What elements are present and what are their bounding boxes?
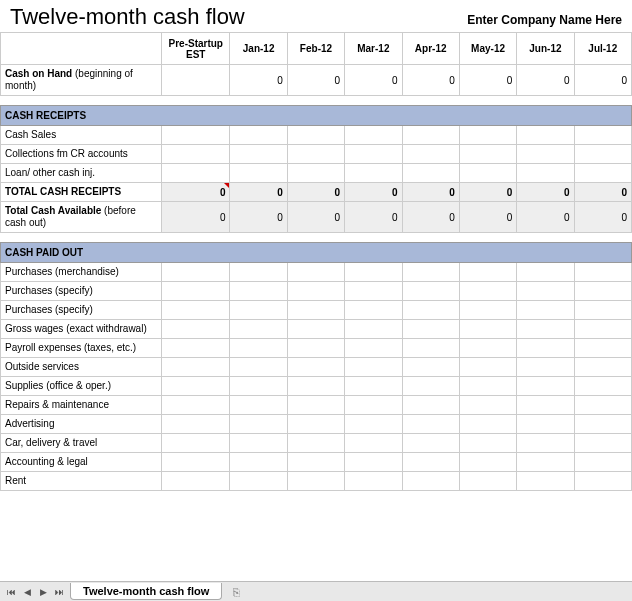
cell[interactable] [574, 358, 631, 377]
sheet-tab[interactable]: Twelve-month cash flow [70, 583, 222, 600]
cell[interactable] [230, 472, 287, 491]
cell[interactable] [287, 377, 344, 396]
cell[interactable] [345, 415, 402, 434]
cell[interactable]: 0 [574, 183, 631, 202]
cell[interactable] [230, 301, 287, 320]
cell[interactable] [162, 164, 230, 183]
cell[interactable]: 0 [345, 202, 402, 233]
cell[interactable] [345, 434, 402, 453]
cell[interactable] [459, 320, 516, 339]
cell[interactable] [459, 472, 516, 491]
cell[interactable]: 0 [517, 183, 574, 202]
cell[interactable] [345, 263, 402, 282]
cell[interactable] [345, 358, 402, 377]
cell[interactable] [402, 472, 459, 491]
cell[interactable] [287, 358, 344, 377]
cell[interactable] [402, 164, 459, 183]
cell[interactable] [517, 358, 574, 377]
cell[interactable]: 0 [230, 202, 287, 233]
cell[interactable] [574, 282, 631, 301]
cell[interactable] [162, 377, 230, 396]
cell[interactable] [574, 263, 631, 282]
cell[interactable] [402, 145, 459, 164]
cell[interactable] [459, 126, 516, 145]
cell[interactable] [574, 377, 631, 396]
nav-last-icon[interactable]: ⏭ [52, 585, 66, 599]
col-may[interactable]: May-12 [459, 33, 516, 65]
cell[interactable]: 0 [459, 65, 516, 96]
cell[interactable] [459, 301, 516, 320]
cell[interactable] [402, 415, 459, 434]
cell[interactable] [230, 434, 287, 453]
cell[interactable] [287, 415, 344, 434]
cell[interactable] [287, 126, 344, 145]
nav-prev-icon[interactable]: ◀ [20, 585, 34, 599]
cell[interactable] [517, 263, 574, 282]
cell[interactable] [345, 145, 402, 164]
cell[interactable] [230, 282, 287, 301]
cell[interactable] [345, 164, 402, 183]
cell[interactable] [230, 263, 287, 282]
cell[interactable] [517, 164, 574, 183]
cell[interactable] [459, 453, 516, 472]
cell[interactable] [162, 453, 230, 472]
cell[interactable]: 0 [402, 183, 459, 202]
cell[interactable]: 0 [230, 65, 287, 96]
cell[interactable] [517, 282, 574, 301]
cell[interactable] [517, 377, 574, 396]
cell[interactable] [459, 164, 516, 183]
cell[interactable]: 0 [287, 183, 344, 202]
cell[interactable] [459, 263, 516, 282]
cell[interactable] [230, 126, 287, 145]
cell[interactable] [287, 320, 344, 339]
cell[interactable] [162, 145, 230, 164]
cell[interactable] [402, 396, 459, 415]
cell[interactable] [162, 472, 230, 491]
col-jan[interactable]: Jan-12 [230, 33, 287, 65]
cell[interactable] [230, 396, 287, 415]
cell[interactable] [162, 396, 230, 415]
cell[interactable] [162, 65, 230, 96]
cell[interactable] [402, 282, 459, 301]
cell[interactable]: 0 [345, 65, 402, 96]
cell[interactable] [402, 126, 459, 145]
cell[interactable] [517, 396, 574, 415]
cell[interactable] [402, 263, 459, 282]
cell[interactable] [287, 472, 344, 491]
cell[interactable] [517, 339, 574, 358]
cell[interactable] [517, 145, 574, 164]
cell[interactable] [287, 339, 344, 358]
cell[interactable] [459, 377, 516, 396]
cell[interactable] [345, 472, 402, 491]
cell[interactable] [345, 339, 402, 358]
cell[interactable] [230, 453, 287, 472]
cell[interactable] [517, 453, 574, 472]
cell[interactable] [162, 339, 230, 358]
cell[interactable]: 0 [574, 65, 631, 96]
cell[interactable] [162, 415, 230, 434]
cell[interactable] [574, 396, 631, 415]
cell[interactable] [402, 339, 459, 358]
col-mar[interactable]: Mar-12 [345, 33, 402, 65]
cell[interactable] [345, 126, 402, 145]
col-feb[interactable]: Feb-12 [287, 33, 344, 65]
col-prestartup[interactable]: Pre-Startup EST [162, 33, 230, 65]
cell[interactable] [287, 145, 344, 164]
cell[interactable] [517, 434, 574, 453]
cell[interactable] [402, 320, 459, 339]
cell[interactable] [345, 377, 402, 396]
cell[interactable] [287, 164, 344, 183]
cell[interactable] [574, 301, 631, 320]
cell[interactable] [162, 282, 230, 301]
cell[interactable] [287, 263, 344, 282]
cell[interactable] [230, 415, 287, 434]
cell[interactable] [345, 301, 402, 320]
cell[interactable]: 0 [230, 183, 287, 202]
cell[interactable] [517, 301, 574, 320]
cell[interactable] [287, 282, 344, 301]
cell[interactable] [459, 282, 516, 301]
cell[interactable] [402, 358, 459, 377]
col-jul[interactable]: Jul-12 [574, 33, 631, 65]
cell[interactable] [574, 320, 631, 339]
cell[interactable] [230, 377, 287, 396]
